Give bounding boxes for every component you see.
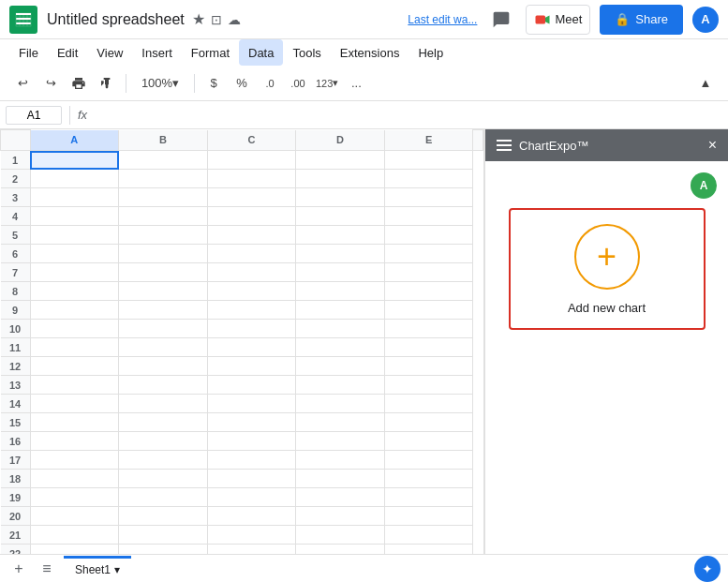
cell-D17[interactable]: [296, 451, 385, 470]
cell-A19[interactable]: [30, 488, 119, 507]
cell-B4[interactable]: [119, 207, 208, 226]
cell-B11[interactable]: [119, 338, 208, 357]
cell-E14[interactable]: [384, 395, 473, 413]
print-button[interactable]: [66, 70, 92, 97]
favorite-icon[interactable]: ★: [192, 10, 205, 28]
drive-icon[interactable]: ⊡: [211, 12, 222, 27]
cell-A11[interactable]: [30, 338, 119, 357]
cell-B17[interactable]: [119, 451, 208, 470]
cell-D15[interactable]: [296, 413, 385, 432]
cell-E20[interactable]: [384, 507, 473, 526]
cell-C3[interactable]: [207, 188, 296, 207]
cell-C6[interactable]: [207, 245, 296, 263]
cell-E4[interactable]: [384, 207, 473, 226]
col-header-C[interactable]: C: [207, 130, 296, 151]
cell-A10[interactable]: [30, 320, 119, 338]
cell-B10[interactable]: [119, 320, 208, 338]
cell-A6[interactable]: [30, 245, 119, 263]
user-avatar[interactable]: A: [692, 7, 719, 33]
cell-E9[interactable]: [384, 301, 473, 320]
add-chart-card[interactable]: + Add new chart: [509, 208, 706, 330]
cell-reference-input[interactable]: [6, 106, 62, 125]
cell-A15[interactable]: [30, 413, 119, 432]
cell-A22[interactable]: [30, 545, 119, 555]
cell-A5[interactable]: [30, 226, 119, 245]
cell-B9[interactable]: [119, 301, 208, 320]
cell-A20[interactable]: [30, 507, 119, 526]
panel-close-button[interactable]: ×: [708, 137, 717, 154]
cell-B2[interactable]: [119, 170, 208, 188]
cell-D9[interactable]: [296, 301, 385, 320]
cell-E16[interactable]: [384, 432, 473, 451]
cell-D20[interactable]: [296, 507, 385, 526]
cell-B22[interactable]: [119, 545, 208, 555]
cell-B3[interactable]: [119, 188, 208, 207]
menu-help[interactable]: Help: [409, 39, 453, 66]
cell-C12[interactable]: [207, 357, 296, 376]
cell-C1[interactable]: [207, 151, 296, 170]
cell-E18[interactable]: [384, 470, 473, 488]
cell-E8[interactable]: [384, 282, 473, 301]
cell-B1[interactable]: [119, 151, 208, 170]
cell-B7[interactable]: [119, 263, 208, 282]
cell-D10[interactable]: [296, 320, 385, 338]
cell-C4[interactable]: [207, 207, 296, 226]
cell-D21[interactable]: [296, 526, 385, 545]
cell-C13[interactable]: [207, 376, 296, 395]
menu-insert[interactable]: Insert: [132, 39, 182, 66]
cell-B5[interactable]: [119, 226, 208, 245]
cell-E2[interactable]: [384, 170, 473, 188]
share-button[interactable]: 🔒 Share: [600, 5, 683, 35]
cell-A2[interactable]: [30, 170, 119, 188]
cell-B12[interactable]: [119, 357, 208, 376]
cell-D5[interactable]: [296, 226, 385, 245]
cell-D12[interactable]: [296, 357, 385, 376]
cell-A17[interactable]: [30, 451, 119, 470]
cell-B6[interactable]: [119, 245, 208, 263]
cell-B20[interactable]: [119, 507, 208, 526]
menu-edit[interactable]: Edit: [48, 39, 87, 66]
cell-C18[interactable]: [207, 470, 296, 488]
cell-A1[interactable]: [30, 151, 119, 170]
cell-B18[interactable]: [119, 470, 208, 488]
sheet-tab-drop-icon[interactable]: ▾: [114, 563, 120, 576]
more-formats-button[interactable]: 123 ▾: [313, 70, 341, 97]
cell-D1[interactable]: [296, 151, 385, 170]
collapse-toolbar-button[interactable]: ▲: [692, 70, 719, 97]
cell-D13[interactable]: [296, 376, 385, 395]
cell-A7[interactable]: [30, 263, 119, 282]
more-toolbar-button[interactable]: ...: [343, 70, 369, 97]
cell-E10[interactable]: [384, 320, 473, 338]
undo-button[interactable]: ↩: [9, 70, 36, 97]
panel-user-avatar[interactable]: A: [691, 172, 717, 199]
cell-B14[interactable]: [119, 395, 208, 413]
cell-D22[interactable]: [296, 545, 385, 555]
spreadsheet-title[interactable]: Untitled spreadsheet: [47, 11, 185, 28]
cell-A8[interactable]: [30, 282, 119, 301]
cell-E21[interactable]: [384, 526, 473, 545]
cell-C8[interactable]: [207, 282, 296, 301]
sheets-list-button[interactable]: ≡: [36, 558, 58, 580]
dec-two-button[interactable]: .00: [285, 70, 311, 97]
cell-E7[interactable]: [384, 263, 473, 282]
cell-D4[interactable]: [296, 207, 385, 226]
cell-D18[interactable]: [296, 470, 385, 488]
formula-input[interactable]: [95, 108, 722, 122]
cell-C9[interactable]: [207, 301, 296, 320]
cell-E15[interactable]: [384, 413, 473, 432]
cell-A16[interactable]: [30, 432, 119, 451]
cell-C11[interactable]: [207, 338, 296, 357]
cell-D8[interactable]: [296, 282, 385, 301]
menu-extensions[interactable]: Extensions: [331, 39, 409, 66]
hamburger-menu-icon[interactable]: [497, 140, 512, 151]
col-header-B[interactable]: B: [119, 130, 208, 151]
cell-C10[interactable]: [207, 320, 296, 338]
col-header-D[interactable]: D: [296, 130, 385, 151]
cell-D3[interactable]: [296, 188, 385, 207]
cell-C5[interactable]: [207, 226, 296, 245]
cell-C22[interactable]: [207, 545, 296, 555]
cell-E6[interactable]: [384, 245, 473, 263]
cell-A4[interactable]: [30, 207, 119, 226]
meet-button[interactable]: Meet: [526, 5, 590, 35]
sheet-tab-sheet1[interactable]: Sheet1 ▾: [64, 556, 131, 582]
